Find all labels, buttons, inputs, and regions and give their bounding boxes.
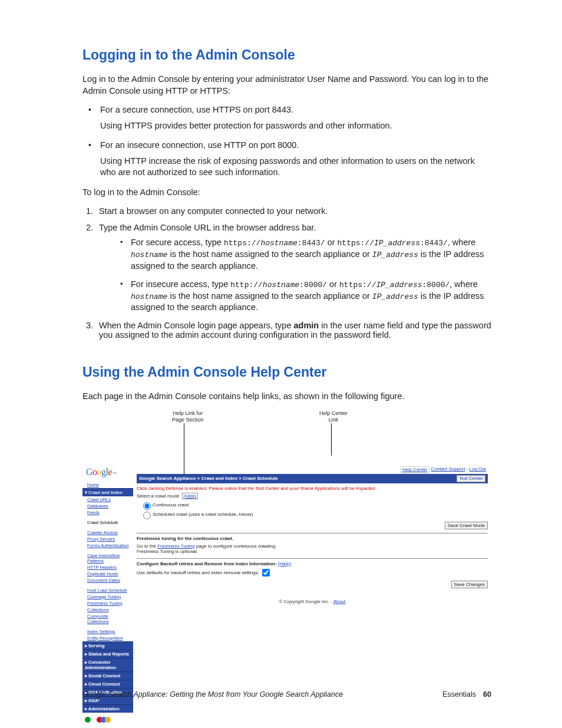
nav-social[interactable]: ▸ Social Connect bbox=[82, 671, 133, 680]
s2b-code2: :8000/ bbox=[299, 281, 327, 289]
nav-index-settings[interactable]: Index Settings bbox=[82, 628, 133, 635]
nav-composite[interactable]: Composite Collections bbox=[82, 613, 133, 625]
console-main: Help Center Contact Support - Log Out Go… bbox=[133, 463, 491, 726]
nav-serving[interactable]: ▸ Serving bbox=[82, 641, 133, 650]
s2b-code3: https:// bbox=[339, 281, 376, 289]
step-2a: For secure access, type https://hostname… bbox=[117, 237, 491, 272]
console-top-links: Help Center Contact Support - Log Out bbox=[137, 466, 488, 474]
bullet-secure-text: For a secure connection, use HTTPS on po… bbox=[100, 105, 293, 114]
nav-case-insensitive[interactable]: Case-Insensitive Patterns bbox=[82, 552, 133, 564]
callout-help-center: Help CenterLink bbox=[319, 410, 348, 423]
login-lead: To log in to the Admin Console: bbox=[82, 187, 491, 199]
nav-forms-auth[interactable]: Forms Authentication bbox=[82, 542, 133, 549]
step-2-text: Type the Admin Console URL in the browse… bbox=[99, 223, 316, 232]
s2b-code1: http:// bbox=[230, 281, 263, 289]
nav-document-dates[interactable]: Document Dates bbox=[82, 577, 133, 584]
status-icons bbox=[82, 713, 133, 726]
freshness-tuning-link[interactable]: Freshness Tuning bbox=[157, 543, 195, 549]
help-center-intro: Each page in the Admin Console contains … bbox=[82, 391, 491, 403]
nav-collections[interactable]: Collections bbox=[82, 607, 133, 613]
label-scheduled-crawl: Scheduled crawl (uses a crawl schedule, … bbox=[153, 512, 253, 517]
nav-proxy-servers[interactable]: Proxy Servers bbox=[82, 536, 133, 542]
bullet-insecure-text: For an insecure connection, use HTTP on … bbox=[100, 140, 299, 150]
nav-feeds[interactable]: Feeds bbox=[82, 509, 133, 516]
s2a-tail1: is the host name assigned to the search … bbox=[167, 249, 372, 259]
nav-http-headers[interactable]: HTTP Headers bbox=[82, 564, 133, 571]
help-link-crawl-mode[interactable]: (Help) bbox=[184, 493, 197, 499]
nav-home[interactable]: Home bbox=[82, 482, 133, 488]
s2b-post: , where bbox=[449, 279, 478, 289]
nav-crawler-access[interactable]: Crawler Access bbox=[82, 529, 133, 536]
bullet-secure: For a secure connection, use HTTPS on po… bbox=[82, 105, 491, 132]
nav-host-load[interactable]: Host Load Schedule bbox=[82, 587, 133, 594]
select-crawl-mode-label: Select a crawl mode: bbox=[137, 493, 180, 499]
s2b-code4: :8000/ bbox=[422, 281, 449, 289]
nav-cloud[interactable]: ▸ Cloud Connect bbox=[82, 680, 133, 688]
s2b-pre: For insecure access, type bbox=[131, 279, 230, 289]
nav-entity[interactable]: Entity Recognition bbox=[82, 635, 133, 641]
nav-freshness[interactable]: Freshness Tuning bbox=[82, 600, 133, 607]
nav-duplicate-hosts[interactable]: Duplicate Hosts bbox=[82, 571, 133, 577]
backoff-sub: Use defaults for backoff retries and ind… bbox=[137, 569, 259, 575]
s2a-post: , where bbox=[448, 238, 476, 247]
freshness-heading: Freshness tuning for the continuous craw… bbox=[137, 536, 233, 541]
s2a-code4: :8443/ bbox=[420, 239, 448, 248]
link-contact-support[interactable]: Contact Support bbox=[431, 466, 465, 472]
nav-administration[interactable]: ▸ Administration bbox=[82, 704, 133, 713]
save-crawl-mode-button[interactable]: Save Crawl Mode bbox=[445, 522, 488, 530]
bullet-insecure: For an insecure connection, use HTTP on … bbox=[82, 140, 491, 179]
step3a: When the Admin Console login page appear… bbox=[99, 321, 294, 330]
nav-crawl-schedule[interactable]: Crawl Schedule bbox=[82, 519, 133, 526]
callout-line-2 bbox=[331, 423, 332, 456]
s2a-pre: For secure access, type bbox=[131, 238, 224, 247]
console-sidebar: Google™ Home ▾ Crawl and Index Crawl URL… bbox=[82, 463, 133, 726]
page-footer: Google Search Appliance: Getting the Mos… bbox=[82, 690, 491, 699]
s2b-or: or bbox=[327, 279, 339, 289]
footer-doc-title: Google Search Appliance: Getting the Mos… bbox=[82, 690, 343, 699]
bullet-secure-sub: Using HTTPS provides better protection f… bbox=[100, 120, 491, 132]
freshness-optional: Freshness Tuning is optional. bbox=[137, 549, 488, 555]
s2b-tail1i: hostname bbox=[131, 292, 167, 301]
link-help-center[interactable]: Help Center bbox=[401, 466, 429, 473]
console-breadcrumb-bar: Google Search Appliance > Crawl and Inde… bbox=[137, 474, 488, 483]
nav-coverage[interactable]: Coverage Tuning bbox=[82, 594, 133, 600]
admin-console-figure: Help Link forPage Section Help CenterLin… bbox=[82, 410, 491, 726]
checkbox-use-defaults[interactable] bbox=[262, 569, 270, 577]
click-jacking-warning: Click-Jacking Defense is enabled. Please… bbox=[137, 486, 376, 491]
nav-status[interactable]: ▸ Status and Reports bbox=[82, 650, 133, 658]
google-logo: Google™ bbox=[82, 465, 133, 481]
heading-help-center: Using the Admin Console Help Center bbox=[82, 364, 491, 380]
backoff-heading: Configure Backoff retries and Remove fro… bbox=[137, 561, 277, 566]
footer-right: Essentials60 bbox=[442, 690, 491, 699]
help-link-backoff[interactable]: (Help) bbox=[278, 561, 291, 566]
step3b: admin bbox=[294, 321, 319, 330]
s2a-it1: hostname bbox=[260, 239, 297, 248]
breadcrumb: Google Search Appliance > Crawl and Inde… bbox=[139, 476, 278, 482]
heading-logging-in: Logging in to the Admin Console bbox=[82, 47, 491, 63]
s2a-code1: https:// bbox=[224, 239, 260, 248]
s2b-it1: hostname bbox=[263, 281, 299, 289]
nav-crawl-index[interactable]: ▾ Crawl and Index bbox=[82, 488, 133, 496]
step-3: When the Admin Console login page appear… bbox=[95, 321, 491, 340]
radio-scheduled-crawl[interactable] bbox=[143, 512, 151, 519]
nav-databases[interactable]: Databases bbox=[82, 503, 133, 509]
intro-paragraph: Log in to the Admin Console by entering … bbox=[82, 74, 491, 97]
link-logout[interactable]: Log Out bbox=[470, 466, 486, 472]
fresh-tail: page to configure continuous crawling. bbox=[195, 543, 277, 549]
label-continuous-crawl: Continuous crawl bbox=[153, 502, 189, 508]
about-link[interactable]: About bbox=[333, 599, 346, 604]
test-center-button[interactable]: Test Center bbox=[457, 475, 485, 482]
step-1: Start a browser on any computer connecte… bbox=[95, 206, 491, 216]
s2a-code3: https:// bbox=[338, 239, 374, 248]
console-screenshot: Google™ Home ▾ Crawl and Index Crawl URL… bbox=[82, 463, 491, 726]
page-number: 60 bbox=[483, 690, 491, 699]
s2a-or: or bbox=[325, 238, 338, 247]
nav-connector[interactable]: ▸ Connector Administration bbox=[82, 658, 133, 671]
s2a-it2: IP_address bbox=[374, 239, 420, 248]
nav-crawl-urls[interactable]: Crawl URLs bbox=[82, 496, 133, 503]
s2a-tail2i: IP_address bbox=[372, 251, 418, 259]
console-footer: © Copyright Google Inc. - About bbox=[137, 599, 488, 605]
save-changes-button[interactable]: Save Changes bbox=[451, 581, 488, 589]
step-2: Type the Admin Console URL in the browse… bbox=[95, 223, 491, 313]
radio-continuous-crawl[interactable] bbox=[143, 502, 151, 510]
